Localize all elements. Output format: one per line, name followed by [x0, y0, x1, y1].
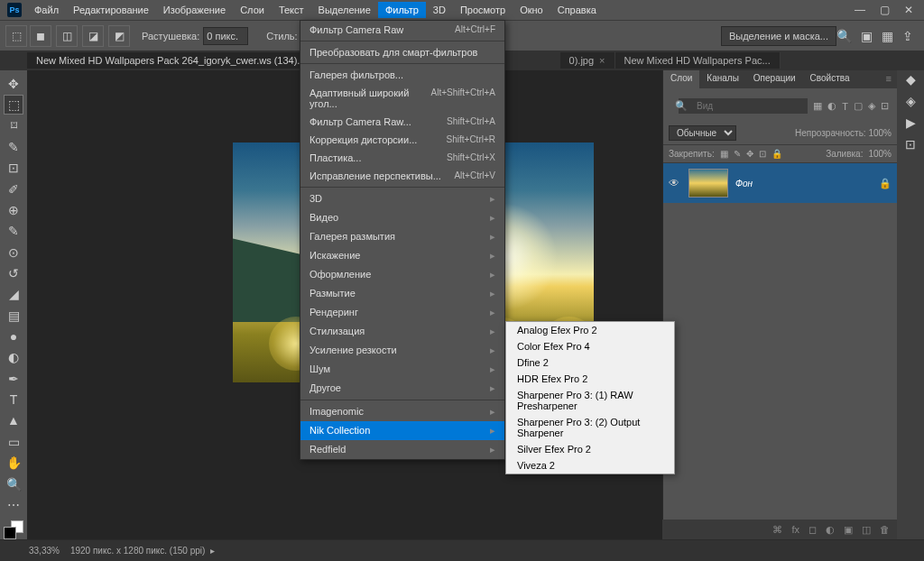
arrange-icon[interactable]: ▦: [882, 29, 893, 43]
close-icon[interactable]: ×: [599, 55, 605, 66]
fill-value[interactable]: 100%: [868, 149, 892, 159]
zoom-level[interactable]: 33,33%: [29, 546, 60, 556]
menu-help[interactable]: Справка: [550, 2, 604, 18]
select-add-icon[interactable]: ◫: [56, 25, 78, 47]
adjustment-layer-icon[interactable]: ◐: [826, 524, 835, 536]
panel-menu-icon[interactable]: ≡: [881, 70, 897, 88]
link-layers-icon[interactable]: ⌘: [772, 524, 782, 536]
layer-group-icon[interactable]: ▣: [844, 524, 853, 536]
filter-menu-item[interactable]: Фильтр Camera Raw...Shift+Ctrl+A: [300, 113, 504, 131]
select-subtract-icon[interactable]: ◪: [82, 25, 104, 47]
history-panel-icon[interactable]: ▶: [906, 115, 916, 130]
menu-filter[interactable]: Фильтр: [378, 2, 426, 18]
path-select-tool-icon[interactable]: ▲: [4, 411, 23, 430]
tool-preset-icon[interactable]: ⬚: [5, 25, 27, 47]
shape-tool-icon[interactable]: ▭: [4, 432, 23, 451]
menu-edit[interactable]: Редактирование: [66, 2, 156, 18]
filter-menu-item[interactable]: Другое▸: [300, 379, 504, 398]
filter-adjust-icon[interactable]: ◐: [827, 100, 836, 112]
filter-menu-item[interactable]: Рендеринг▸: [300, 303, 504, 322]
minimize-icon[interactable]: —: [855, 4, 865, 16]
lock-position-icon[interactable]: ✎: [734, 149, 741, 159]
menu-3d[interactable]: 3D: [426, 2, 453, 18]
filter-toggle-icon[interactable]: ⊡: [881, 100, 889, 112]
document-tab[interactable]: 0).jpg ×: [560, 52, 615, 69]
info-arrow-icon[interactable]: ▸: [210, 546, 215, 556]
nik-submenu-item[interactable]: Sharpener Pro 3: (1) RAW Presharpener: [506, 387, 674, 414]
close-icon[interactable]: ✕: [904, 4, 913, 16]
tab-actions[interactable]: Операции: [746, 70, 803, 88]
menu-image[interactable]: Изображение: [156, 2, 233, 18]
feather-input[interactable]: [203, 27, 248, 45]
nik-submenu-item[interactable]: Viveza 2: [506, 457, 674, 474]
blur-tool-icon[interactable]: ●: [4, 326, 23, 345]
color-panel-icon[interactable]: ◆: [906, 72, 916, 87]
swatches-panel-icon[interactable]: ◈: [906, 94, 916, 108]
filter-menu-item[interactable]: Преобразовать для смарт-фильтров: [300, 43, 504, 61]
filter-menu-item[interactable]: Imagenomic▸: [300, 402, 504, 421]
lock-move-icon[interactable]: ✥: [746, 149, 753, 159]
quick-select-tool-icon[interactable]: ✎: [4, 137, 23, 156]
layer-mask-icon[interactable]: ◻: [808, 524, 817, 536]
lock-all-icon[interactable]: 🔒: [772, 149, 782, 159]
healing-tool-icon[interactable]: ⊕: [4, 200, 23, 219]
lasso-tool-icon[interactable]: ⌑: [4, 116, 23, 135]
brush-tool-icon[interactable]: ✎: [4, 222, 23, 241]
filter-menu-item[interactable]: Шум▸: [300, 360, 504, 379]
tab-layers[interactable]: Слои: [663, 70, 699, 88]
type-tool-icon[interactable]: T: [4, 390, 23, 409]
menu-select[interactable]: Выделение: [311, 2, 378, 18]
nik-submenu-item[interactable]: Analog Efex Pro 2: [506, 322, 674, 338]
menu-text[interactable]: Текст: [272, 2, 311, 18]
filter-text-icon[interactable]: T: [842, 101, 848, 112]
search-icon[interactable]: 🔍: [836, 29, 852, 43]
brushes-panel-icon[interactable]: ⊡: [905, 137, 916, 152]
blend-mode-select[interactable]: Обычные: [669, 125, 736, 141]
filter-menu-item[interactable]: Фильтр Camera RawAlt+Ctrl+F: [300, 21, 504, 39]
filter-menu-item[interactable]: Галерея фильтров...: [300, 66, 504, 84]
menu-window[interactable]: Окно: [513, 2, 550, 18]
share-icon[interactable]: ⇪: [902, 29, 913, 43]
filter-menu-item[interactable]: Адаптивный широкий угол...Alt+Shift+Ctrl…: [300, 84, 504, 113]
document-tab[interactable]: New Mixed HD Wallpapers Pack 264_igoryk_…: [27, 52, 335, 69]
select-and-mask-button[interactable]: Выделение и маска...: [721, 26, 836, 46]
filter-menu-item[interactable]: Усиление резкости▸: [300, 341, 504, 360]
layer-fx-icon[interactable]: fx: [791, 524, 799, 535]
zoom-tool-icon[interactable]: 🔍: [4, 474, 23, 493]
nik-submenu-item[interactable]: Silver Efex Pro 2: [506, 441, 674, 457]
dodge-tool-icon[interactable]: ◐: [4, 348, 23, 367]
history-brush-tool-icon[interactable]: ↺: [4, 263, 23, 282]
maximize-icon[interactable]: ▢: [880, 4, 890, 16]
select-new-icon[interactable]: ◼: [30, 25, 51, 47]
filter-menu-item[interactable]: Стилизация▸: [300, 322, 504, 341]
edit-toolbar-icon[interactable]: ⋯: [4, 495, 23, 514]
nik-submenu-item[interactable]: Sharpener Pro 3: (2) Output Sharpener: [506, 414, 674, 441]
filter-menu-item[interactable]: Галерея размытия▸: [300, 227, 504, 246]
foreground-swatch[interactable]: [4, 527, 16, 539]
crop-tool-icon[interactable]: ⊡: [4, 159, 23, 178]
menu-file[interactable]: Файл: [27, 2, 66, 18]
move-tool-icon[interactable]: ✥: [4, 74, 23, 93]
menu-view[interactable]: Просмотр: [453, 2, 513, 18]
opacity-value[interactable]: 100%: [868, 128, 892, 138]
hand-tool-icon[interactable]: ✋: [4, 454, 23, 473]
layer-kind-search[interactable]: [679, 98, 808, 114]
new-layer-icon[interactable]: ◫: [862, 524, 871, 536]
tab-channels[interactable]: Каналы: [699, 70, 746, 88]
filter-smart-icon[interactable]: ◈: [868, 100, 875, 112]
filter-menu-item[interactable]: Размытие▸: [300, 284, 504, 303]
screen-mode-icon[interactable]: ▣: [861, 29, 873, 43]
pen-tool-icon[interactable]: ✒: [4, 369, 23, 388]
filter-menu-item[interactable]: 3D▸: [300, 189, 504, 208]
lock-pixels-icon[interactable]: ▦: [720, 149, 728, 159]
filter-menu-item[interactable]: Коррекция дисторсии...Shift+Ctrl+R: [300, 131, 504, 149]
menu-layers[interactable]: Слои: [233, 2, 272, 18]
eyedropper-tool-icon[interactable]: ✐: [4, 179, 23, 198]
filter-menu-item[interactable]: Исправление перспективы...Alt+Ctrl+V: [300, 167, 504, 185]
filter-menu-item[interactable]: Пластика...Shift+Ctrl+X: [300, 149, 504, 167]
layer-item[interactable]: 👁 Фон 🔒: [663, 163, 897, 203]
filter-menu-item[interactable]: Видео▸: [300, 208, 504, 227]
marquee-tool-icon[interactable]: ⬚: [4, 95, 23, 114]
foreground-background-swatches[interactable]: [4, 520, 23, 539]
document-tab[interactable]: New Mixed HD Wallpapers Pac...: [615, 52, 781, 69]
